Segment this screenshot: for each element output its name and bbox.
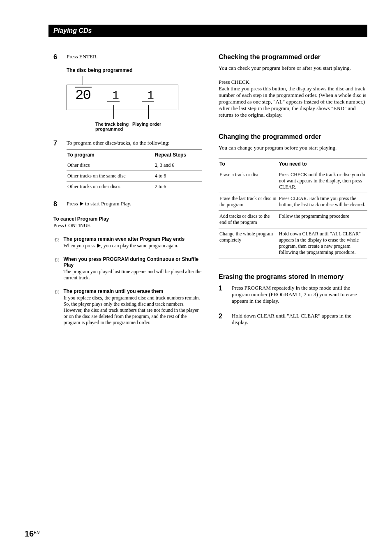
tip1-title: The programs remain even after Program P… bbox=[64, 236, 185, 242]
step-8-number: 8 bbox=[53, 200, 59, 208]
diagram-order-label: Playing order bbox=[132, 122, 161, 131]
check-order-p3: Each time you press this button, the dis… bbox=[219, 85, 367, 118]
step-6-text: Press ENTER. bbox=[67, 53, 202, 60]
page-num-small: EN bbox=[34, 530, 39, 535]
step-6-number: 6 bbox=[53, 53, 59, 131]
change-order-title: Changing the programmed order bbox=[219, 133, 367, 140]
tip2-title: When you press PROGRAM during Continuous… bbox=[64, 256, 203, 268]
table-row: Erase the last track or disc in the prog… bbox=[219, 193, 367, 211]
table-row: Erase a track or discPress CHECK until t… bbox=[219, 169, 367, 193]
table-header: To program bbox=[67, 150, 154, 160]
section-header: Playing CDs bbox=[48, 25, 367, 37]
table-header: Repeat Steps bbox=[154, 150, 202, 160]
step-8-post: to start Program Play. bbox=[84, 200, 131, 207]
play-icon bbox=[80, 202, 83, 206]
tip-icon: ☼ bbox=[53, 235, 60, 249]
play-icon bbox=[97, 244, 101, 248]
lcd-track-number: 1 bbox=[112, 89, 119, 102]
table-row: Other tracks on other discs2 to 6 bbox=[67, 182, 202, 192]
check-order-p2: Press CHECK. bbox=[219, 79, 367, 85]
table-row: Other tracks on the same disc4 to 6 bbox=[67, 171, 202, 182]
step-7-text: To program other discs/tracks, do the fo… bbox=[67, 140, 202, 146]
cancel-title: To cancel Program Play bbox=[53, 216, 202, 222]
erase-step1-text: Press PROGRAM repeatedly in the stop mod… bbox=[232, 285, 367, 304]
tip3-title: The programs remain until you erase them bbox=[64, 288, 203, 294]
cancel-text: Press CONTINUE. bbox=[53, 223, 202, 229]
lcd-disc-number: 20 bbox=[75, 88, 90, 103]
lcd-playing-order: 1 bbox=[147, 89, 154, 102]
table-header: You need to bbox=[278, 159, 367, 169]
table-row: Add tracks or discs to the end of the pr… bbox=[219, 211, 367, 228]
erase-title: Erasing the programs stored in memory bbox=[219, 273, 367, 281]
tip2-text: The program you played last time appears… bbox=[64, 269, 203, 281]
tip-icon: ☼ bbox=[53, 256, 60, 281]
change-table: To You need to Erase a track or discPres… bbox=[219, 159, 367, 258]
check-order-title: Checking the programmed order bbox=[219, 53, 367, 61]
table-row: Other discs2, 3 and 6 bbox=[67, 160, 202, 171]
tip3-text: If you replace discs, the programmed dis… bbox=[64, 295, 203, 326]
tip1-pre: When you press bbox=[64, 243, 97, 249]
diagram-top-label: The disc being programmed bbox=[67, 67, 202, 73]
change-order-p1: You can change your program before you s… bbox=[219, 145, 367, 151]
erase-step2-text: Hold down CLEAR until "ALL CLEAR" appear… bbox=[232, 313, 367, 326]
erase-step1-num: 1 bbox=[219, 285, 224, 304]
tip1-post: , you can play the same program again. bbox=[101, 243, 178, 249]
erase-step2-num: 2 bbox=[219, 313, 224, 326]
step-8-pre: Press bbox=[67, 200, 79, 207]
tip-icon: ☼ bbox=[53, 288, 60, 326]
page-number: 16EN bbox=[25, 529, 39, 539]
page-num-big: 16 bbox=[25, 529, 34, 538]
diagram-track-label: The track being programmed bbox=[95, 122, 132, 131]
table-header: To bbox=[219, 159, 278, 169]
program-table: To program Repeat Steps Other discs2, 3 … bbox=[67, 150, 202, 192]
step-7-number: 7 bbox=[53, 140, 59, 192]
check-order-p1: You can check your program before or aft… bbox=[219, 65, 367, 71]
table-row: Change the whole program completelyHold … bbox=[219, 228, 367, 258]
lcd-display: 20 1 1 bbox=[67, 85, 178, 110]
